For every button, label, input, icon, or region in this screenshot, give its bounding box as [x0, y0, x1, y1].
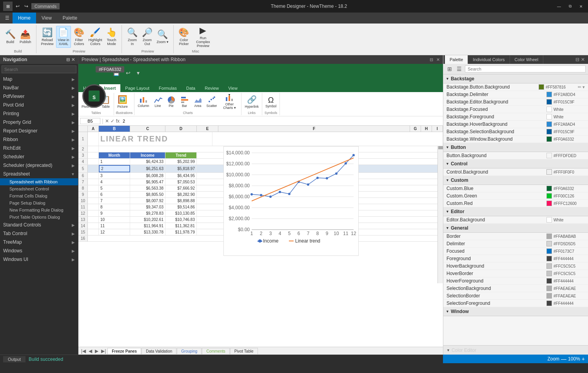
xl-cell-c1[interactable]	[212, 132, 443, 146]
hamburger-menu-btn[interactable]: ☰	[2, 13, 13, 24]
subitem-spreadsheet-control[interactable]: Spreadsheet Control	[0, 185, 78, 192]
palette-undock-btn[interactable]: ⊟	[575, 57, 579, 62]
xl-cell-c3-income[interactable]: Income	[130, 152, 165, 158]
xl-undo-qat-btn[interactable]: ↩	[123, 68, 133, 78]
formula-cancel-icon[interactable]: ✕	[105, 118, 109, 124]
xl-symbol-btn[interactable]: Ω Symbol	[264, 93, 278, 111]
xl-area-btn[interactable]: Area	[192, 93, 204, 111]
xl-cell-c7[interactable]: $6,905.47	[130, 179, 165, 185]
xl-col-b[interactable]: B	[99, 126, 130, 132]
xl-cell-c10[interactable]: $8,007.92	[130, 198, 165, 204]
xl-col-f[interactable]: F	[218, 126, 410, 132]
undo-btn[interactable]: ↩	[14, 4, 21, 9]
maximize-btn[interactable]: ⧉	[566, 2, 574, 10]
xl-tab-formulas[interactable]: Formulas	[154, 84, 181, 92]
xl-cell-d15[interactable]: $11,978.79	[165, 229, 197, 235]
filter-colors-btn[interactable]: 🎨 FilterColors	[72, 26, 86, 48]
nav-close-btn[interactable]: ✕	[71, 57, 75, 62]
highlight-colors-btn[interactable]: 🖌️ HighlightColors	[87, 26, 103, 48]
menu-tab-home[interactable]: Home	[13, 13, 36, 24]
sheet-tab-pivot-table[interactable]: Pivot Table	[230, 348, 258, 354]
xl-cell-c13[interactable]: $10,202.61	[130, 217, 165, 223]
nav-item-propertygrid[interactable]: Property Grid▶	[0, 118, 78, 127]
xl-cell-a8[interactable]	[88, 185, 99, 191]
xl-cell-c8[interactable]: $6,563.38	[130, 185, 165, 191]
xl-cell-c15[interactable]: $13,330.78	[130, 229, 165, 235]
xl-scatter-btn[interactable]: Scatter	[205, 93, 219, 111]
edit-color-btn[interactable]: ✏ ▾	[578, 85, 585, 90]
xl-cell-a4[interactable]	[88, 159, 99, 165]
xl-cell-a2[interactable]	[88, 146, 99, 152]
section-custom[interactable]: ▼ Custom	[443, 176, 588, 185]
xl-col-e[interactable]: E	[197, 126, 218, 132]
xl-cell-b5[interactable]: 2	[99, 165, 130, 172]
xl-cell-c9[interactable]: $8,805.50	[130, 192, 165, 197]
palette-search-input[interactable]	[465, 65, 586, 72]
xl-cell-b11[interactable]: 8	[99, 204, 130, 210]
xl-pie-btn[interactable]: Pie	[165, 93, 178, 111]
nav-item-richedit[interactable]: RichEdit▶	[0, 144, 78, 152]
palette-tab-color-wheel[interactable]: Color Wheel	[510, 55, 544, 64]
sheet-tab-grouping[interactable]: Grouping	[177, 348, 201, 354]
xl-cell-c4[interactable]: $6,424.33	[130, 159, 165, 165]
xl-tab-data[interactable]: Data	[181, 84, 200, 92]
xl-cell-b15[interactable]: 12	[99, 229, 130, 235]
view-in-xaml-btn[interactable]: 📄 View inXAML	[56, 26, 71, 48]
xl-cell-a12[interactable]	[88, 210, 99, 216]
xl-cell-a6[interactable]	[88, 173, 99, 179]
xl-cell-a11[interactable]	[88, 204, 99, 210]
formula-confirm-icon[interactable]: ✓	[111, 118, 114, 124]
preview-undock-btn[interactable]: ⊟	[430, 57, 433, 62]
xl-hyperlink-btn[interactable]: 🔗 Hyperlink	[243, 93, 260, 111]
xl-cell-d12[interactable]: $10,130.85	[165, 210, 197, 216]
nav-item-treemap[interactable]: TreeMap▶	[0, 238, 78, 246]
xl-cell-b1[interactable]: LINEAR TREND	[99, 132, 212, 146]
nav-item-standard-controls[interactable]: Standard Controls▶	[0, 221, 78, 229]
xl-cell-b4[interactable]: 1	[99, 159, 130, 165]
tab-nav-first[interactable]: |◀	[80, 348, 87, 354]
nav-search-input[interactable]	[2, 65, 76, 73]
xl-qat-dropdown[interactable]: ▾	[134, 68, 142, 78]
section-backstage[interactable]: ▼ Backstage	[443, 74, 588, 83]
xl-cell-c14[interactable]: $11,964.91	[130, 223, 165, 229]
xl-cell-a14[interactable]	[88, 223, 99, 229]
tab-nav-next[interactable]: ▶	[94, 348, 100, 354]
build-btn[interactable]: 🔨 Build	[3, 26, 17, 48]
xl-other-charts-btn[interactable]: ▾ Other Charts ▾	[219, 93, 240, 111]
xl-cell-d14[interactable]: $11,362.81	[165, 223, 197, 229]
nav-item-scheduler-deprecated[interactable]: Scheduler (deprecated)▶	[0, 161, 78, 170]
sheet-tab-freeze-panes[interactable]: Freeze Panes	[107, 348, 141, 354]
xl-picture-btn[interactable]: 🖼️ Picture	[116, 93, 129, 111]
xl-tab-view[interactable]: View	[223, 84, 242, 92]
nav-undock-btn[interactable]: ⊟	[66, 57, 70, 62]
xl-cell-c6[interactable]: $6,008.28	[130, 173, 165, 179]
xl-cell-b9[interactable]: 6	[99, 192, 130, 197]
nav-item-navbar[interactable]: NavBar▶	[0, 83, 78, 92]
xl-column-btn[interactable]: Column	[136, 93, 151, 111]
nav-item-scheduler[interactable]: Scheduler▶	[0, 152, 78, 161]
nav-item-windows[interactable]: Windows▶	[0, 246, 78, 255]
nav-item-ribbon[interactable]: Ribbon▶	[0, 135, 78, 144]
xl-cell-d8[interactable]: $7,666.92	[165, 185, 197, 191]
section-general[interactable]: ▼ General	[443, 224, 588, 233]
preview-close-btn[interactable]: ✕	[436, 57, 440, 62]
xl-cell-c5[interactable]: $6,251.63	[130, 165, 165, 172]
xl-cell-b7[interactable]: 4	[99, 179, 130, 185]
xl-cell-a3[interactable]	[88, 152, 99, 158]
reload-preview-btn[interactable]: 🔄 ReloadPreview	[40, 26, 55, 48]
nav-item-map[interactable]: Map▶	[0, 75, 78, 83]
xl-cell-d6[interactable]: $6,434.95	[165, 173, 197, 179]
output-tab[interactable]: Output	[3, 356, 25, 362]
xl-tab-review[interactable]: Review	[200, 84, 223, 92]
minimize-btn[interactable]: —	[555, 2, 563, 10]
tab-nav-prev[interactable]: ◀	[87, 348, 93, 354]
palette-close-btn[interactable]: ✕	[581, 57, 585, 62]
section-editor[interactable]: ▼ Editor	[443, 207, 588, 216]
xl-cell-c11[interactable]: $9,347.03	[130, 204, 165, 210]
subitem-format-cells-dialog[interactable]: Format Cells Dialog	[0, 192, 78, 199]
close-btn[interactable]: ✕	[577, 2, 585, 10]
xl-cell-d4[interactable]: $5,202.99	[165, 159, 197, 165]
xl-cell-b13[interactable]: 10	[99, 217, 130, 223]
xl-col-c[interactable]: C	[130, 126, 165, 132]
xl-bar-btn[interactable]: Bar	[178, 93, 191, 111]
